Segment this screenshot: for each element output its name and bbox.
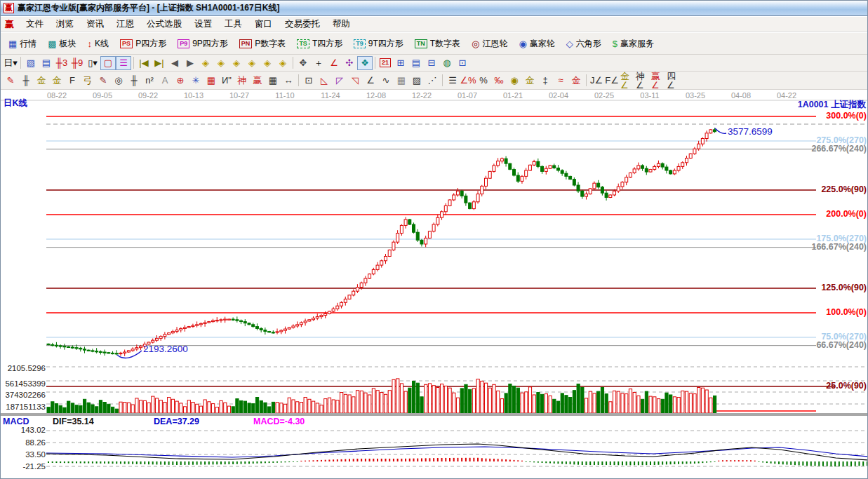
draw-mirror-tool[interactable]: A bbox=[157, 74, 173, 88]
draw-ruler-tool[interactable]: ╫ bbox=[18, 74, 34, 88]
nav-diamond-left[interactable]: ◈ bbox=[198, 56, 213, 70]
draw-fibonacci-ruler[interactable]: F bbox=[65, 74, 80, 88]
mirror-tool-icon: A bbox=[162, 76, 168, 85]
toolbar-button-hexagon[interactable]: ◇六角形 bbox=[561, 35, 607, 53]
menu-item-window[interactable]: 窗口 bbox=[248, 17, 279, 32]
toolbar-button-9t-square[interactable]: T99T四方形 bbox=[348, 35, 409, 53]
draw-circle-cross-tool[interactable]: ⊕ bbox=[173, 74, 188, 88]
nav-nav-prev[interactable]: ◀ bbox=[167, 56, 182, 70]
draw-slope-si[interactable]: 四∠ bbox=[666, 74, 681, 88]
draw-span-tool[interactable]: ↔ bbox=[281, 74, 296, 88]
toolbar-button-sectors[interactable]: ▩板块 bbox=[42, 35, 81, 53]
nav-nav-next[interactable]: ▶ bbox=[182, 56, 198, 70]
menu-item-browse[interactable]: 浏览 bbox=[50, 17, 80, 32]
menu-item-settings[interactable]: 设置 bbox=[188, 17, 218, 32]
draw-n-square-tool[interactable]: n² bbox=[142, 74, 157, 88]
nav-diamond-right[interactable]: ◈ bbox=[213, 56, 229, 70]
draw-pen-tool[interactable]: ✎ bbox=[3, 74, 18, 88]
toolbar-button-winner-service[interactable]: $赢家服务 bbox=[607, 35, 660, 53]
menu-item-news[interactable]: 资讯 bbox=[80, 17, 110, 32]
draw-gold-underline-tool[interactable]: 金 bbox=[568, 74, 584, 88]
title-bar[interactable]: 赢 赢家江恩专业版[赢家内部服务平台] - [上证指数 SH1A0001-167… bbox=[1, 1, 867, 16]
draw-wave-count-tool[interactable]: И" bbox=[219, 74, 234, 88]
toolbar-button-kline[interactable]: ↕K线 bbox=[82, 35, 115, 53]
slope-j-icon: J∠ bbox=[590, 76, 603, 85]
nav-diamond-center[interactable]: ◈ bbox=[260, 56, 275, 70]
nav-gann-shape-tool[interactable]: ✣ bbox=[342, 56, 357, 70]
nav-save-tool[interactable]: ⊟ bbox=[424, 56, 439, 70]
draw-marker-tool[interactable]: ✎ bbox=[95, 74, 111, 88]
menu-item-gann[interactable]: 江恩 bbox=[110, 17, 140, 32]
draw-gold-ruler-1[interactable]: 金 bbox=[34, 74, 49, 88]
nav-remote-tool[interactable]: ⊡ bbox=[455, 56, 470, 70]
menu-item-tools[interactable]: 工具 bbox=[218, 17, 248, 32]
toolbar-button-gann-wheel[interactable]: ◎江恩轮 bbox=[466, 35, 513, 53]
toolbar-label-winner-service: 赢家服务 bbox=[620, 38, 654, 50]
draw-spiral-tool[interactable]: 弓 bbox=[80, 74, 95, 88]
draw-percent-tool[interactable]: % bbox=[476, 74, 491, 88]
draw-box-select-tool[interactable]: ⊡ bbox=[301, 74, 316, 88]
nav-angle-tool[interactable]: ∠ bbox=[326, 56, 342, 70]
draw-cycle-ruler[interactable]: ◎ bbox=[111, 74, 126, 88]
menu-item-file[interactable]: 文件 bbox=[20, 17, 50, 32]
draw-shen-tool[interactable]: 神 bbox=[234, 74, 250, 88]
nav-calculator-tool[interactable]: ⊞ bbox=[393, 56, 408, 70]
draw-ying-tool[interactable]: 赢 bbox=[250, 74, 265, 88]
draw-slope-shen[interactable]: 神∠ bbox=[635, 74, 650, 88]
draw-slope-f[interactable]: F∠ bbox=[604, 74, 620, 88]
nav-notes-tool[interactable]: ▤ bbox=[408, 56, 424, 70]
toolbar-button-t-square[interactable]: TST四方形 bbox=[291, 35, 348, 53]
draw-permille-tool[interactable]: ‰ bbox=[491, 74, 507, 88]
nav-candle-style[interactable]: ▯▾ bbox=[85, 56, 100, 70]
draw-zigzag-tool[interactable]: ∿ bbox=[378, 74, 394, 88]
menu-item-formula-picker[interactable]: 公式选股 bbox=[140, 17, 188, 32]
nav-bars-9[interactable]: ╫9 bbox=[69, 56, 85, 70]
nav-crosshair-tool[interactable]: ＋ bbox=[311, 56, 326, 70]
draw-parallel-lines-tool[interactable]: ⋰ bbox=[425, 74, 440, 88]
draw-fan-box-tool[interactable]: ◹ bbox=[347, 74, 363, 88]
draw-fan-purple-tool[interactable]: ◸ bbox=[332, 74, 347, 88]
nav-bars-3[interactable]: ╫3 bbox=[54, 56, 69, 70]
toolbar-button-winner-wheel[interactable]: ◉赢家轮 bbox=[513, 35, 560, 53]
nav-chart-style[interactable]: ▧ bbox=[23, 56, 39, 70]
nav-diamond-expand[interactable]: ◈ bbox=[229, 56, 244, 70]
nav-nav-first[interactable]: |◀ bbox=[136, 56, 152, 70]
draw-fan-red-tool[interactable]: ◺ bbox=[316, 74, 332, 88]
draw-hatch-grid-tool[interactable]: ▨ bbox=[409, 74, 425, 88]
nav-period-selector[interactable]: 日▾ bbox=[3, 56, 18, 70]
menu-item-help[interactable]: 帮助 bbox=[326, 17, 356, 32]
draw-slope-ying[interactable]: 赢∠ bbox=[650, 74, 666, 88]
draw-scale-ruler[interactable]: ╫ bbox=[126, 74, 142, 88]
draw-numbered-grid-tool[interactable]: ▦ bbox=[265, 74, 281, 88]
draw-waves-tool[interactable]: ≈ bbox=[553, 74, 568, 88]
toolbar-button-9p-square[interactable]: P99P四方形 bbox=[172, 35, 234, 53]
nav-nav-last[interactable]: ▶| bbox=[152, 56, 167, 70]
draw-gold-line-tool[interactable]: 金 bbox=[522, 74, 538, 88]
nav-wave-tool[interactable]: ❖ bbox=[357, 56, 373, 70]
draw-gray-grid-tool[interactable]: ▦ bbox=[394, 74, 409, 88]
draw-gold-circle-tool[interactable]: ◉ bbox=[507, 74, 522, 88]
nav-profile-toggle[interactable]: ☰ bbox=[116, 56, 131, 70]
draw-price-measure-tool[interactable]: ☰ bbox=[445, 74, 460, 88]
menu-item-trade[interactable]: 交易委托 bbox=[279, 17, 326, 32]
draw-slope-gold[interactable]: 金∠ bbox=[620, 74, 635, 88]
toolbar-button-p-number-table[interactable]: PNP数字表 bbox=[234, 35, 292, 53]
nav-hand-tool[interactable]: ✥ bbox=[295, 56, 311, 70]
toolbar-button-p-square[interactable]: PSP四方形 bbox=[114, 35, 172, 53]
toolbar-button-quotes[interactable]: ▦行情 bbox=[3, 35, 42, 53]
draw-percent-angle-tool[interactable]: ∠% bbox=[460, 74, 476, 88]
draw-slope-j[interactable]: J∠ bbox=[589, 74, 604, 88]
chart-plot[interactable] bbox=[1, 90, 868, 479]
nav-diamond-compress[interactable]: ◈ bbox=[244, 56, 260, 70]
nav-diamond-all[interactable]: ◈ bbox=[275, 56, 291, 70]
nav-web-tool[interactable]: ◍ bbox=[439, 56, 455, 70]
draw-star-grid-tool[interactable]: ✳ bbox=[188, 74, 203, 88]
nav-info-panel[interactable]: ▤ bbox=[39, 56, 54, 70]
nav-gann-box-toggle[interactable]: ▢ bbox=[100, 56, 116, 70]
draw-cross-pen-tool[interactable]: ‡ bbox=[538, 74, 553, 88]
draw-red-grid-tool[interactable]: ▦ bbox=[203, 74, 219, 88]
nav-calendar-tool[interactable]: 21 bbox=[378, 56, 393, 70]
draw-angle-lines-tool[interactable]: ∠ bbox=[363, 74, 378, 88]
draw-gold-ruler-2[interactable]: 金 bbox=[49, 74, 65, 88]
toolbar-button-t-number-table[interactable]: TNT数字表 bbox=[409, 35, 466, 53]
